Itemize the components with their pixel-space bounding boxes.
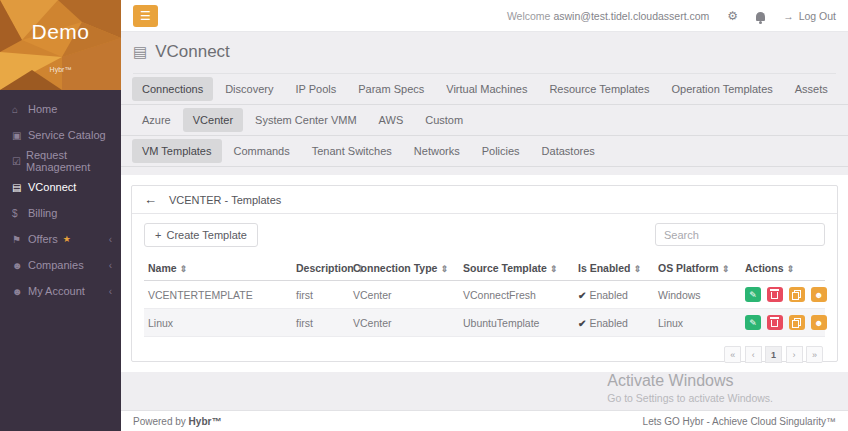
logout-button[interactable]: → Log Out bbox=[783, 10, 836, 22]
edit-button[interactable]: ✎ bbox=[745, 287, 761, 302]
create-template-button[interactable]: + Create Template bbox=[144, 223, 258, 247]
person-icon: ☻ bbox=[12, 260, 28, 271]
column-header[interactable]: Actions⇕ bbox=[741, 256, 825, 281]
server-icon: ▤ bbox=[133, 43, 147, 61]
pencil-icon: ✎ bbox=[749, 290, 757, 300]
check-icon: ✔ bbox=[578, 318, 586, 329]
topbar: ☰ Welcome aswin@test.tidel.cloudassert.c… bbox=[121, 0, 848, 32]
sidebar-item-my-account[interactable]: ☻ My Account ‹ bbox=[0, 278, 121, 304]
pagination: « ‹ 1 › » bbox=[144, 344, 825, 363]
back-arrow-icon[interactable]: ← bbox=[144, 192, 157, 207]
sidebar-item-service-catalog[interactable]: ▣ Service Catalog bbox=[0, 122, 121, 148]
column-header[interactable]: Name⇕ bbox=[144, 256, 292, 281]
tab-aws[interactable]: AWS bbox=[369, 108, 414, 132]
sidebar-item-label: VConnect bbox=[28, 181, 76, 193]
cell-connection-type: VCenter bbox=[349, 309, 459, 337]
cell-actions: ✎ ☻ bbox=[741, 281, 825, 309]
sort-icon: ⇕ bbox=[634, 264, 642, 274]
tab-ip-pools[interactable]: IP Pools bbox=[285, 77, 346, 101]
sidebar-item-billing[interactable]: $ Billing bbox=[0, 200, 121, 226]
tabs-level1: Connections Discovery IP Pools Param Spe… bbox=[121, 74, 848, 105]
logout-icon: → bbox=[783, 10, 794, 22]
footer-brand: Hybr™ bbox=[189, 416, 222, 427]
hamburger-menu-button[interactable]: ☰ bbox=[133, 5, 158, 27]
footer-left: Powered by Hybr™ bbox=[133, 416, 221, 427]
search-input[interactable] bbox=[655, 223, 825, 246]
trash-icon bbox=[771, 320, 778, 327]
sidebar-item-label: Service Catalog bbox=[28, 129, 106, 141]
footer: Powered by Hybr™ Lets GO Hybr - Achieve … bbox=[121, 410, 848, 431]
cell-source-template: UbuntuTemplate bbox=[459, 309, 574, 337]
sidebar-item-label: Offers bbox=[28, 233, 58, 245]
tab-commands[interactable]: Commands bbox=[224, 139, 300, 163]
copy-button[interactable] bbox=[789, 287, 805, 302]
card-header: ← VCENTER - Templates bbox=[132, 186, 837, 214]
assign-user-button[interactable]: ☻ bbox=[811, 287, 827, 302]
sidebar-item-offers[interactable]: ⚑ Offers ★ ‹ bbox=[0, 226, 121, 252]
page-last-button[interactable]: » bbox=[806, 346, 823, 363]
sidebar-item-vconnect[interactable]: ▤ VConnect bbox=[0, 174, 121, 200]
tab-operation-templates[interactable]: Operation Templates bbox=[661, 77, 782, 101]
column-header[interactable]: Description⇕ bbox=[292, 256, 349, 281]
tab-tenant-switches[interactable]: Tenant Switches bbox=[302, 139, 402, 163]
cell-actions: ✎ ☻ bbox=[741, 309, 825, 337]
content-section: ← VCENTER - Templates + Create Template … bbox=[121, 175, 848, 372]
tag-icon: ⚑ bbox=[12, 234, 28, 245]
tab-discovery[interactable]: Discovery bbox=[215, 77, 283, 101]
page-next-button[interactable]: › bbox=[786, 346, 803, 363]
dollar-icon: $ bbox=[12, 208, 28, 219]
sidebar-item-companies[interactable]: ☻ Companies ‹ bbox=[0, 252, 121, 278]
card-title: VCENTER - Templates bbox=[169, 194, 281, 206]
table-row: VCENTERTEMPLATE first VCenter VConnectFr… bbox=[144, 281, 825, 309]
watermark-line2: Go to Settings to activate Windows. bbox=[607, 392, 773, 404]
sidebar-item-home[interactable]: ⌂ Home bbox=[0, 96, 121, 122]
tab-system-center-vmm[interactable]: System Center VMM bbox=[245, 108, 366, 132]
edit-button[interactable]: ✎ bbox=[745, 315, 761, 330]
chevron-left-icon: ‹ bbox=[109, 234, 112, 245]
delete-button[interactable] bbox=[767, 315, 783, 330]
tab-vm-templates[interactable]: VM Templates bbox=[132, 139, 222, 163]
tab-resource-templates[interactable]: Resource Templates bbox=[539, 77, 659, 101]
tab-custom[interactable]: Custom bbox=[415, 108, 473, 132]
tab-assets[interactable]: Assets bbox=[785, 77, 838, 101]
cell-is-enabled: ✔Enabled bbox=[574, 281, 654, 309]
tab-connections[interactable]: Connections bbox=[132, 77, 213, 101]
bell-icon[interactable] bbox=[756, 12, 765, 21]
tab-policies[interactable]: Policies bbox=[472, 139, 530, 163]
welcome-text: Welcome aswin@test.tidel.cloudassert.com bbox=[507, 10, 709, 22]
tab-azure[interactable]: Azure bbox=[132, 108, 181, 132]
user-email: aswin@test.tidel.cloudassert.com bbox=[553, 10, 709, 22]
checklist-icon: ☑ bbox=[12, 156, 26, 167]
delete-button[interactable] bbox=[767, 287, 783, 302]
tab-virtual-machines[interactable]: Virtual Machines bbox=[436, 77, 537, 101]
page-first-button[interactable]: « bbox=[724, 346, 741, 363]
person-icon: ☻ bbox=[12, 286, 28, 297]
cell-os-platform: Windows bbox=[654, 281, 741, 309]
sidebar-menu: ⌂ Home ▣ Service Catalog ☑ Request Manag… bbox=[0, 90, 121, 304]
sidebar: Demo Hybr™ ⌂ Home ▣ Service Catalog ☑ Re… bbox=[0, 0, 121, 431]
column-header[interactable]: Source Template⇕ bbox=[459, 256, 574, 281]
page-prev-button[interactable]: ‹ bbox=[745, 346, 762, 363]
column-header[interactable]: Is Enabled⇕ bbox=[574, 256, 654, 281]
copy-button[interactable] bbox=[789, 315, 805, 330]
tab-networks[interactable]: Networks bbox=[404, 139, 470, 163]
home-icon: ⌂ bbox=[12, 104, 28, 115]
column-header[interactable]: OS Platform⇕ bbox=[654, 256, 741, 281]
chevron-left-icon: ‹ bbox=[109, 260, 112, 271]
assign-user-button[interactable]: ☻ bbox=[811, 315, 827, 330]
page-1-button[interactable]: 1 bbox=[765, 346, 782, 363]
card-body: + Create Template Name⇕ Description⇕ bbox=[132, 214, 837, 363]
tab-vcenter[interactable]: VCenter bbox=[183, 108, 243, 132]
logout-label: Log Out bbox=[799, 10, 836, 22]
cell-name: Linux bbox=[144, 309, 292, 337]
cell-os-platform: Linux bbox=[654, 309, 741, 337]
cell-source-template: VConnectFresh bbox=[459, 281, 574, 309]
chevron-left-icon: ‹ bbox=[109, 286, 112, 297]
sidebar-item-request-management[interactable]: ☑ Request Management bbox=[0, 148, 121, 174]
column-header[interactable]: Connection Type⇕ bbox=[349, 256, 459, 281]
gear-icon[interactable]: ⚙ bbox=[727, 9, 738, 23]
star-icon: ★ bbox=[63, 234, 71, 244]
sort-icon: ⇕ bbox=[722, 264, 730, 274]
tab-param-specs[interactable]: Param Specs bbox=[348, 77, 434, 101]
tab-datastores[interactable]: Datastores bbox=[532, 139, 605, 163]
